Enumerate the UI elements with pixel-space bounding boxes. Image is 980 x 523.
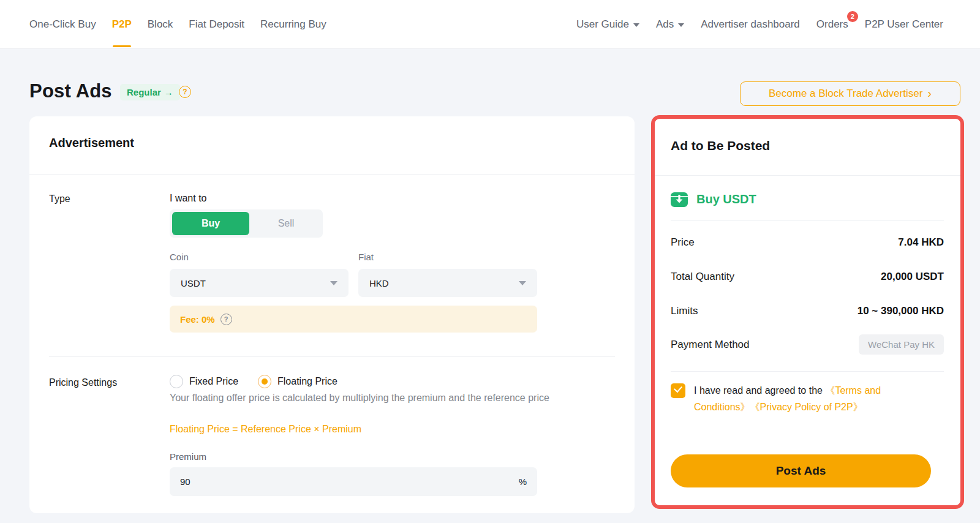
fee-help-icon[interactable]: ? (221, 314, 232, 325)
buy-sell-toggle: Buy Sell (170, 209, 323, 238)
floating-price-label[interactable]: Floating Price (277, 376, 337, 387)
chevron-right-icon: › (927, 87, 932, 99)
limits-label: Limits (671, 305, 698, 317)
fixed-price-radio[interactable] (170, 375, 183, 388)
ads-label: Ads (656, 18, 674, 30)
nav-fiat-deposit[interactable]: Fiat Deposit (189, 18, 244, 31)
trade-side-label: Buy USDT (696, 192, 756, 206)
privacy-link[interactable]: 《Privacy Policy of P2P》 (750, 402, 863, 412)
trade-side-row: Buy USDT (671, 191, 756, 207)
pricing-settings-label: Pricing Settings (49, 377, 117, 388)
divider (49, 356, 615, 357)
nav-advertiser-dashboard[interactable]: Advertiser dashboard (701, 18, 800, 31)
buy-toggle-button[interactable]: Buy (172, 212, 249, 235)
divider (671, 371, 944, 372)
nav-p2p[interactable]: P2P (112, 18, 132, 31)
agreement-checkbox[interactable] (671, 383, 685, 398)
p2p-post-ads-page: One-Click Buy P2P Block Fiat Deposit Rec… (0, 0, 980, 523)
ad-preview-panel: Ad to Be Posted Buy USDT Price 7.04 HKD … (651, 115, 964, 509)
fixed-price-label[interactable]: Fixed Price (189, 376, 238, 387)
advertisement-card: Advertisement Type I want to Buy Sell Co… (29, 116, 635, 513)
regular-mode-badge[interactable]: Regular → (120, 84, 180, 100)
nav-p2p-user-center[interactable]: P2P User Center (865, 18, 943, 31)
summary-row-price: Price 7.04 HKD (671, 236, 944, 249)
buy-deposit-icon (671, 191, 688, 207)
become-block-trade-advertiser-button[interactable]: Become a Block Trade Advertiser › (740, 81, 960, 106)
total-quantity-label: Total Quantity (671, 271, 734, 283)
agreement-text: I have read and agreed to the 《Terms and… (694, 382, 912, 415)
percent-unit: % (519, 476, 527, 487)
top-navigation: One-Click Buy P2P Block Fiat Deposit Rec… (0, 0, 980, 49)
ad-preview-panel-inner: Ad to Be Posted Buy USDT Price 7.04 HKD … (655, 119, 960, 505)
post-ads-button[interactable]: Post Ads (671, 454, 931, 487)
divider (655, 175, 960, 176)
sell-toggle-button[interactable]: Sell (249, 218, 323, 229)
pricing-mode-radios: Fixed Price Floating Price (170, 375, 351, 388)
nav-ads[interactable]: Ads (656, 18, 684, 31)
nav-right-group: User Guide Ads Advertiser dashboard Orde… (576, 0, 943, 49)
active-tab-underline (113, 45, 131, 47)
i-want-to-label: I want to (170, 193, 206, 204)
chevron-down-icon (678, 23, 684, 27)
orders-label: Orders (816, 18, 848, 30)
orders-count-badge: 2 (847, 11, 858, 22)
premium-input[interactable] (180, 476, 519, 487)
coin-label: Coin (170, 252, 189, 262)
become-button-label: Become a Block Trade Advertiser (769, 88, 922, 100)
limits-value: 10 ~ 390,000 HKD (858, 305, 944, 317)
nav-one-click-buy[interactable]: One-Click Buy (29, 18, 96, 31)
coin-select[interactable]: USDT (170, 269, 349, 297)
fiat-select[interactable]: HKD (358, 269, 537, 297)
advertisement-card-title: Advertisement (49, 136, 134, 150)
nav-recurring-buy[interactable]: Recurring Buy (260, 18, 326, 31)
ad-preview-title: Ad to Be Posted (671, 138, 770, 153)
nav-block[interactable]: Block (148, 18, 173, 31)
chevron-down-icon (519, 281, 526, 285)
fee-text: Fee: 0% (180, 314, 215, 325)
premium-input-field: % (170, 467, 537, 496)
divider (671, 220, 944, 221)
price-label: Price (671, 236, 695, 249)
fiat-selected-value: HKD (369, 278, 389, 288)
nav-left-group: One-Click Buy P2P Block Fiat Deposit Rec… (29, 0, 326, 49)
fiat-label: Fiat (358, 252, 374, 262)
page-title: Post Ads (29, 80, 112, 102)
chevron-down-icon (633, 23, 639, 27)
summary-row-payment: Payment Method WeChat Pay HK (671, 334, 944, 355)
floating-price-description: Your floating offer price is calculated … (170, 389, 549, 407)
nav-p2p-label: P2P (112, 18, 132, 30)
summary-row-limits: Limits 10 ~ 390,000 HKD (671, 305, 944, 317)
fee-banner: Fee: 0% ? (170, 306, 537, 333)
floating-price-formula: Floating Price = Reference Price × Premi… (170, 424, 361, 435)
agreement-row: I have read and agreed to the 《Terms and… (671, 382, 912, 415)
summary-row-quantity: Total Quantity 20,000 USDT (671, 271, 944, 283)
regular-badge-label: Regular (127, 87, 161, 97)
premium-label: Premium (170, 451, 206, 462)
total-quantity-value: 20,000 USDT (881, 271, 944, 283)
nav-user-guide[interactable]: User Guide (576, 18, 639, 31)
user-guide-label: User Guide (576, 18, 629, 30)
divider (29, 174, 635, 175)
coin-selected-value: USDT (181, 278, 206, 288)
arrow-right-icon: → (164, 87, 173, 97)
payment-method-chip: WeChat Pay HK (859, 334, 944, 355)
chevron-down-icon (330, 281, 337, 285)
type-label: Type (49, 194, 70, 205)
help-icon[interactable]: ? (179, 86, 191, 98)
price-value: 7.04 HKD (898, 236, 944, 249)
nav-orders[interactable]: Orders2 (816, 18, 848, 31)
agreement-prefix: I have read and agreed to the (694, 385, 825, 396)
payment-method-label: Payment Method (671, 339, 750, 351)
floating-price-radio[interactable] (258, 375, 271, 388)
